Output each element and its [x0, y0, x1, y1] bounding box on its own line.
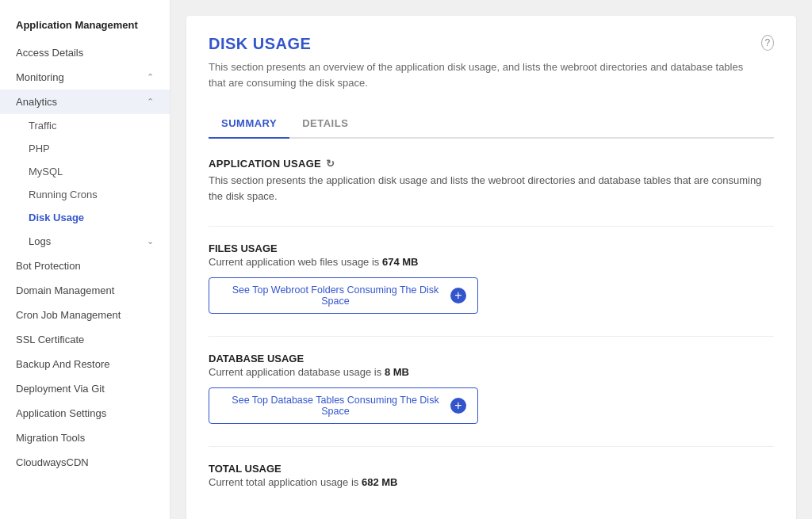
application-usage-section: APPLICATION USAGE ↻ This section present… — [209, 158, 774, 204]
database-usage-title: DATABASE USAGE — [209, 353, 774, 364]
content-card: DISK USAGE This section presents an over… — [186, 16, 796, 519]
sidebar: Application Management Access Details Mo… — [0, 0, 170, 519]
sidebar-item-disk-usage[interactable]: Disk Usage — [0, 206, 170, 229]
sidebar-item-backup-restore[interactable]: Backup And Restore — [0, 352, 170, 376]
refresh-icon[interactable]: ↻ — [326, 158, 335, 170]
sidebar-item-mysql[interactable]: MySQL — [0, 160, 170, 183]
sidebar-item-cron-job-management[interactable]: Cron Job Management — [0, 303, 170, 327]
database-usage-section: DATABASE USAGE Current application datab… — [209, 353, 774, 424]
sidebar-item-label: Logs — [16, 235, 51, 247]
tab-summary[interactable]: SUMMARY — [209, 109, 289, 139]
tabs: SUMMARY DETAILS — [209, 109, 774, 139]
help-icon[interactable]: ? — [761, 35, 774, 51]
sidebar-title: Application Management — [0, 13, 170, 40]
database-usage-text: Current application database usage is 8 … — [209, 366, 774, 378]
page-title: DISK USAGE — [209, 35, 761, 53]
sidebar-item-deployment-via-git[interactable]: Deployment Via Git — [0, 376, 170, 401]
total-usage-section: TOTAL USAGE Current total application us… — [209, 463, 774, 488]
divider-3 — [209, 446, 774, 447]
webroot-folders-button[interactable]: See Top Webroot Folders Consuming The Di… — [209, 277, 478, 314]
files-usage-section: FILES USAGE Current application web file… — [209, 242, 774, 314]
sidebar-item-access-details[interactable]: Access Details — [0, 40, 170, 65]
chevron-down-icon: ⌄ — [147, 236, 154, 246]
sidebar-item-domain-management[interactable]: Domain Management — [0, 278, 170, 303]
sidebar-item-php[interactable]: PHP — [0, 137, 170, 160]
plus-icon: + — [450, 398, 466, 414]
sidebar-item-label: Monitoring — [16, 71, 64, 83]
application-usage-title: APPLICATION USAGE ↻ — [209, 158, 774, 170]
total-usage-text: Current total application usage is 682 M… — [209, 476, 774, 488]
sidebar-item-ssl-certificate[interactable]: SSL Certificate — [0, 327, 170, 352]
sidebar-item-running-crons[interactable]: Running Crons — [0, 183, 170, 206]
sidebar-item-traffic[interactable]: Traffic — [0, 114, 170, 137]
main-content: DISK USAGE This section presents an over… — [170, 0, 812, 519]
sidebar-item-bot-protection[interactable]: Bot Protection — [0, 254, 170, 278]
sidebar-item-cloudwayscdn[interactable]: CloudwaysCDN — [0, 450, 170, 475]
plus-icon: + — [450, 288, 466, 303]
files-usage-title: FILES USAGE — [209, 242, 774, 254]
tab-details[interactable]: DETAILS — [289, 109, 361, 139]
application-usage-desc: This section presents the application di… — [209, 173, 774, 204]
sidebar-item-logs[interactable]: Logs ⌄ — [0, 229, 170, 254]
page-description: This section presents an overview of the… — [209, 59, 761, 90]
sidebar-item-label: Access Details — [16, 47, 83, 59]
sidebar-item-analytics[interactable]: Analytics ⌃ — [0, 90, 170, 114]
sidebar-item-migration-tools[interactable]: Migration Tools — [0, 426, 170, 450]
sidebar-item-label: Analytics — [16, 96, 57, 108]
files-usage-text: Current application web files usage is 6… — [209, 256, 774, 268]
total-usage-title: TOTAL USAGE — [209, 463, 774, 475]
divider-2 — [209, 336, 774, 337]
sidebar-item-application-settings[interactable]: Application Settings — [0, 401, 170, 426]
chevron-up-icon: ⌃ — [147, 97, 154, 107]
chevron-up-icon: ⌃ — [147, 72, 154, 82]
divider — [209, 226, 774, 227]
sidebar-item-monitoring[interactable]: Monitoring ⌃ — [0, 65, 170, 90]
database-tables-button[interactable]: See Top Database Tables Consuming The Di… — [209, 387, 478, 424]
